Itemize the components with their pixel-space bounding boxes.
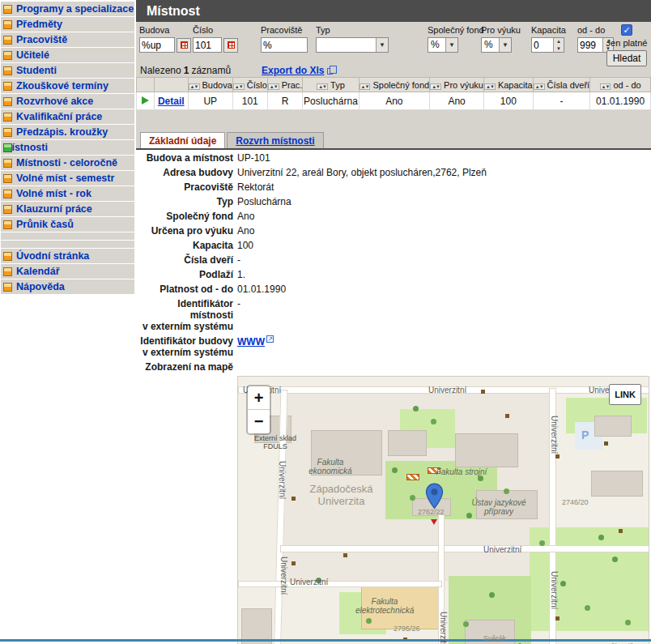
sidebar-item[interactable]: Učitelé xyxy=(1,48,134,62)
spolecny-fond-select[interactable]: % ▼ xyxy=(428,37,458,53)
menu-icon xyxy=(3,220,12,229)
spinner-down-icon[interactable]: ▼ xyxy=(554,45,564,53)
map[interactable]: P UniverzitníUniverzitníUniverzitníUnive… xyxy=(237,376,649,644)
map-label: 2746/20 xyxy=(562,498,589,506)
sidebar-item[interactable]: Zkouškové termíny xyxy=(1,79,134,93)
detail-cell: Detail xyxy=(154,92,188,110)
sidebar-item[interactable]: Rozvrhové akce xyxy=(1,94,134,109)
column-header[interactable]: ▲▼Kapacita xyxy=(483,78,533,92)
sidebar-item[interactable]: Volné míst - semestr xyxy=(1,171,134,186)
menu-icon xyxy=(3,113,12,122)
pro-vyuku-select[interactable]: % ▼ xyxy=(481,37,512,53)
sidebar-item-label: Kalendář xyxy=(16,266,60,277)
chevron-down-icon[interactable]: ▼ xyxy=(376,38,388,52)
column-header[interactable]: ▲▼Budova xyxy=(188,78,232,92)
sidebar-item[interactable]: Předzápis. kroužky xyxy=(1,125,134,139)
column-header[interactable]: ▲▼Prac. xyxy=(267,78,303,92)
sidebar-item[interactable]: Místnosti xyxy=(1,140,134,155)
cislo-input[interactable] xyxy=(193,37,222,53)
column-header[interactable]: ▲▼od - do xyxy=(590,78,651,92)
detail-label: Společný fond xyxy=(136,211,233,222)
detail-link[interactable]: Detail xyxy=(158,96,185,107)
map-marker-pin[interactable] xyxy=(425,483,444,510)
zoom-in-button[interactable]: + xyxy=(248,386,270,410)
filter-pro-vyuku: Pro výuku % ▼ xyxy=(481,25,521,53)
tab-zakladni-udaje[interactable]: Základní údaje xyxy=(140,132,225,148)
pracoviste-input[interactable] xyxy=(261,37,308,53)
www-link[interactable]: WWW xyxy=(237,336,265,348)
detail-row: Společný fond Ano xyxy=(136,211,651,222)
od-do-input[interactable] xyxy=(578,38,602,52)
sidebar-item[interactable]: Průnik časů xyxy=(1,217,134,232)
tab-rozvrh-mistnosti[interactable]: Rozvrh místnosti xyxy=(227,132,323,148)
export-xls-link[interactable]: Export do Xls xyxy=(262,65,324,76)
typ-select[interactable]: ▼ xyxy=(316,37,389,53)
chevron-down-icon[interactable]: ▼ xyxy=(445,38,457,52)
column-header[interactable]: ▲▼Číslo xyxy=(232,78,267,92)
sidebar-item[interactable]: Kvalifikační práce xyxy=(1,109,134,124)
detail-value: 01.01.1990 xyxy=(237,284,286,295)
typ-label: Typ xyxy=(316,25,389,35)
cislo-label: Číslo xyxy=(193,25,238,35)
sort-icon[interactable]: ▲▼ xyxy=(360,83,371,90)
hledat-button[interactable]: Hledat xyxy=(606,50,648,66)
sort-icon[interactable]: ▲▼ xyxy=(317,83,328,90)
chevron-down-icon[interactable]: ▼ xyxy=(499,38,511,52)
detail-label: Budova a místnost xyxy=(136,152,233,164)
external-link-icon: ↗ xyxy=(266,335,274,343)
map-link-button[interactable]: LINK xyxy=(609,384,641,405)
sidebar-item[interactable]: Místnosti - celoročně xyxy=(1,156,134,170)
sort-icon[interactable]: ▲▼ xyxy=(534,83,545,90)
menu-icon xyxy=(3,252,12,261)
export-icon xyxy=(327,68,333,75)
menu-icon xyxy=(3,174,12,183)
sidebar-item[interactable]: Klauzurní práce xyxy=(1,202,134,216)
found-prefix: Nalezeno xyxy=(140,65,181,76)
pro-vyuku-label: Pro výuku xyxy=(481,25,521,35)
detail-label: Kapacita xyxy=(136,240,233,251)
budova-lov-button[interactable] xyxy=(177,38,191,53)
column-header[interactable]: ▲▼Společný fond xyxy=(359,78,430,92)
detail-label: Určena pro výuku xyxy=(136,225,233,237)
detail-row-map: Zobrazení na mapě xyxy=(136,361,651,373)
table-cell: Ano xyxy=(359,92,430,110)
sidebar-item[interactable]: Pracoviště xyxy=(1,32,134,47)
column-header-label: Kapacita xyxy=(498,80,533,90)
sort-icon[interactable]: ▲▼ xyxy=(484,83,496,90)
detail-label: Podlaží xyxy=(136,269,233,280)
cislo-lov-button[interactable] xyxy=(223,38,238,53)
spinner-up-icon[interactable]: ▲ xyxy=(554,38,564,45)
sidebar-item-label: Učitelé xyxy=(16,49,49,61)
map-label-text: Externí sklad FDULS xyxy=(254,434,296,450)
sort-icon[interactable]: ▲▼ xyxy=(233,83,245,90)
pracoviste-label: Pracoviště xyxy=(261,25,308,35)
sort-icon[interactable]: ▲▼ xyxy=(189,83,200,90)
column-header[interactable]: ▲▼Čísla dveří xyxy=(533,78,589,92)
map-building xyxy=(594,416,632,437)
kapacita-input[interactable] xyxy=(532,38,553,52)
sidebar-item-label: Volné míst - semestr xyxy=(16,173,114,184)
column-header[interactable]: ▲▼Typ xyxy=(303,78,359,92)
lov-grid-icon xyxy=(181,41,188,49)
zoom-out-button[interactable]: − xyxy=(248,410,270,433)
column-header[interactable]: ▲▼Pro výuku xyxy=(430,78,484,92)
sidebar-item[interactable]: Úvodní stránka xyxy=(1,249,134,263)
sidebar-item[interactable]: Nápověda xyxy=(1,279,134,294)
map-label-text: Fakulta ekonomická xyxy=(308,458,351,476)
sort-icon[interactable]: ▲▼ xyxy=(430,83,441,90)
budova-input[interactable] xyxy=(139,37,175,53)
jen-platne-checkbox[interactable]: ✓ xyxy=(621,24,632,36)
sidebar-item[interactable]: Volné míst - rok xyxy=(1,186,134,201)
sidebar-item[interactable]: Kalendář xyxy=(1,264,134,279)
kapacita-stepper[interactable]: ▲▼ xyxy=(531,37,564,53)
menu-icon xyxy=(3,66,12,75)
sort-icon[interactable]: ▲▼ xyxy=(600,83,611,90)
sort-icon[interactable]: ▲▼ xyxy=(268,83,279,90)
sidebar-item[interactable]: Předměty xyxy=(1,17,134,32)
map-label: Univerzitní xyxy=(290,578,328,586)
construction-icon xyxy=(406,474,419,480)
sidebar-item-label: Rozvrhové akce xyxy=(16,96,93,107)
spinner-arrows[interactable]: ▲▼ xyxy=(553,38,564,52)
sidebar-item[interactable]: Programy a specializace xyxy=(1,2,134,16)
sidebar-item[interactable]: Studenti xyxy=(1,63,134,78)
